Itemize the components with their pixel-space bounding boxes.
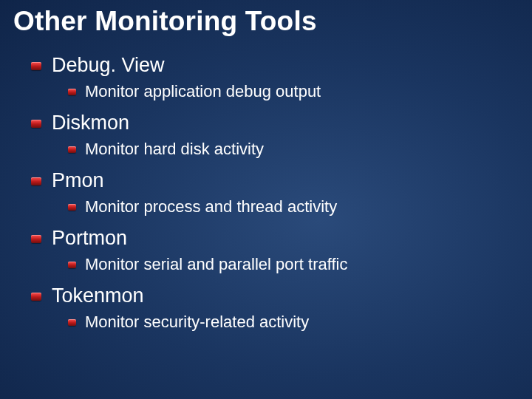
tool-desc: Monitor hard disk activity [85, 139, 519, 160]
tool-item: Diskmon [31, 111, 519, 134]
tool-desc-row: Monitor application debug output [68, 81, 519, 102]
tool-name: Tokenmon [52, 284, 519, 307]
bullet-icon [68, 319, 76, 326]
bullet-icon [68, 262, 76, 268]
bullet-icon [31, 293, 41, 301]
tool-item: Debug. View [31, 53, 519, 77]
bullet-icon [31, 120, 41, 128]
bullet-icon [31, 235, 41, 243]
bullet-icon [68, 89, 76, 95]
bullet-icon [68, 204, 76, 211]
tool-desc-row: Monitor serial and parallel port traffic [68, 254, 519, 275]
tool-item: Tokenmon [31, 284, 519, 307]
bullet-icon [31, 177, 41, 185]
bullet-icon [68, 146, 76, 153]
tool-desc: Monitor application debug output [85, 81, 519, 102]
tool-name: Diskmon [52, 111, 519, 134]
tool-desc-row: Monitor security-related activity [68, 312, 519, 332]
tool-name: Portmon [52, 226, 519, 250]
bullet-icon [31, 62, 41, 70]
tool-desc: Monitor security-related activity [85, 312, 519, 332]
tool-name: Debug. View [52, 53, 519, 77]
slide: Other Monitoring Tools Debug. View Monit… [0, 0, 532, 399]
tool-desc: Monitor process and thread activity [85, 197, 519, 217]
tool-item: Pmon [31, 168, 519, 192]
tool-desc: Monitor serial and parallel port traffic [85, 254, 519, 275]
tool-desc-row: Monitor hard disk activity [68, 139, 519, 160]
tool-desc-row: Monitor process and thread activity [68, 197, 519, 217]
tool-name: Pmon [52, 168, 519, 192]
tool-item: Portmon [31, 226, 519, 250]
slide-title: Other Monitoring Tools [13, 6, 519, 37]
